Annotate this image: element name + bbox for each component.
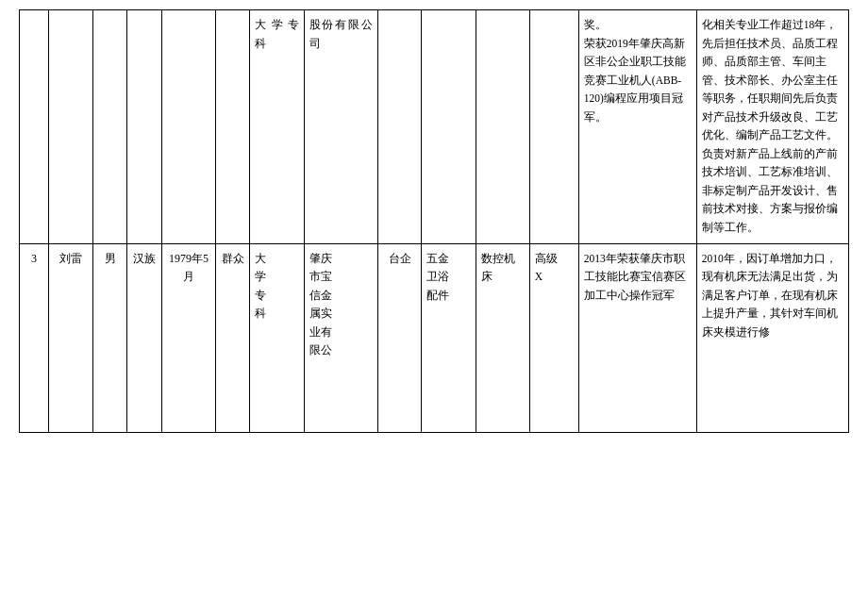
cell-ethnicity-1 bbox=[127, 10, 161, 244]
recommend-text-1: 化相关专业工作超过18年，先后担任技术员、品质工程师、品质部主管、车间主管、技术… bbox=[702, 16, 843, 238]
specialty-text-2: 卫浴 bbox=[426, 271, 449, 282]
cell-name-2: 刘雷 bbox=[49, 243, 93, 432]
cell-ethnicity-2: 汉族 bbox=[127, 243, 161, 432]
main-table: 大学专科 股份有限公司 奖。 荣获2019年肇庆高新区非公企业职工技能竞赛工业机… bbox=[19, 9, 849, 433]
cell-machine-1 bbox=[476, 10, 529, 244]
cell-specialty-1 bbox=[422, 10, 476, 244]
edu-text-4: 科 bbox=[255, 307, 266, 319]
recommend-text-row2: 2010年，因订单增加力口，现有机床无法满足出货，为满足客户订单，在现有机床上提… bbox=[702, 253, 838, 338]
title-text: 高级 bbox=[535, 253, 558, 264]
title-text-2: X bbox=[535, 271, 542, 282]
cell-machine-2: 数控机 床 bbox=[476, 243, 529, 432]
work-text-6: 限公 bbox=[309, 344, 332, 356]
cell-award-2: 2013年荣获肇庆市职工技能比赛宝信赛区加工中心操作冠军 bbox=[578, 243, 696, 432]
table-row: 大学专科 股份有限公司 奖。 荣获2019年肇庆高新区非公企业职工技能竞赛工业机… bbox=[20, 10, 849, 244]
cell-party-2: 群众 bbox=[216, 243, 250, 432]
specialty-text: 五金 bbox=[426, 253, 449, 264]
edu-text-2: 学 bbox=[255, 271, 266, 282]
birth-text: 1979年5月 bbox=[169, 252, 209, 283]
cell-num-2: 3 bbox=[20, 243, 49, 432]
cell-post-1 bbox=[377, 10, 422, 244]
cell-title-1 bbox=[529, 10, 578, 244]
work-text-3: 信金 bbox=[309, 290, 332, 301]
cell-work-2: 肇庆 市宝 信金 属实 业有 限公 bbox=[304, 243, 377, 432]
page: 大学专科 股份有限公司 奖。 荣获2019年肇庆高新区非公企业职工技能竞赛工业机… bbox=[0, 0, 868, 614]
cell-birth-1 bbox=[161, 10, 215, 244]
cell-title-2: 高级 X bbox=[529, 243, 578, 432]
cell-award-1: 奖。 荣获2019年肇庆高新区非公企业职工技能竞赛工业机人(ABB-120)编程… bbox=[578, 10, 696, 244]
work-text: 肇庆 bbox=[309, 253, 332, 264]
specialty-text-3: 配件 bbox=[426, 290, 449, 301]
party-text: 群众 bbox=[222, 252, 244, 265]
cell-gender-2: 男 bbox=[93, 243, 127, 432]
cell-post-2: 台企 bbox=[377, 243, 422, 432]
table-row-2: 3 刘雷 男 汉族 1979年5月 群众 大 学 专 bbox=[20, 243, 849, 432]
award-text-1: 奖。 bbox=[584, 19, 607, 30]
cell-num-1 bbox=[20, 10, 49, 244]
edu-text-3: 专 bbox=[255, 290, 266, 301]
edu-text: 大 bbox=[255, 253, 266, 264]
cell-recommend-1: 化相关专业工作超过18年，先后担任技术员、品质工程师、品质部主管、车间主管、技术… bbox=[696, 10, 848, 244]
cell-gender-1 bbox=[93, 10, 127, 244]
ethnicity-text: 汉族 bbox=[133, 252, 156, 265]
person-name: 刘雷 bbox=[59, 252, 82, 265]
cell-recommend-2: 2010年，因订单增加力口，现有机床无法满足出货，为满足客户订单，在现有机床上提… bbox=[696, 243, 848, 432]
cell-party-1 bbox=[216, 10, 250, 244]
work-text-2: 市宝 bbox=[309, 271, 332, 282]
post-text: 台企 bbox=[389, 252, 411, 265]
work-text-5: 业有 bbox=[309, 326, 332, 338]
cell-name-1 bbox=[49, 10, 93, 244]
cell-specialty-2: 五金 卫浴 配件 bbox=[422, 243, 476, 432]
cell-work-1: 股份有限公司 bbox=[304, 10, 377, 244]
work-text-4: 属实 bbox=[309, 307, 332, 319]
cell-edu-2: 大 学 专 科 bbox=[250, 243, 304, 432]
award-text-2: 荣获2019年肇庆高新区非公企业职工技能竞赛工业机人(ABB-120)编程应用项… bbox=[584, 38, 686, 123]
cell-birth-2: 1979年5月 bbox=[161, 243, 215, 432]
gender-text: 男 bbox=[105, 252, 116, 265]
row-number: 3 bbox=[31, 252, 37, 265]
machine-text-2: 床 bbox=[481, 271, 492, 282]
award-text-row2: 2013年荣获肇庆市职工技能比赛宝信赛区加工中心操作冠军 bbox=[584, 253, 686, 301]
cell-edu-1: 大学专科 bbox=[250, 10, 304, 244]
machine-text: 数控机 bbox=[481, 253, 515, 264]
